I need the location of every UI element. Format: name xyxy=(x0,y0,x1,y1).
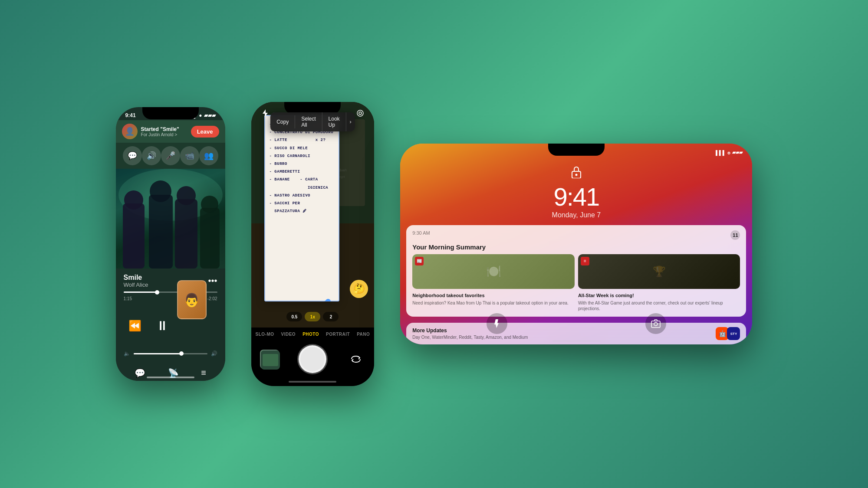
photo-mode[interactable]: PHOTO xyxy=(302,332,319,337)
flip-camera-btn[interactable] xyxy=(346,350,365,369)
svg-point-24 xyxy=(654,322,658,326)
more-updates-body: Day One, WaterMinder, Reddit, Tasty, Ama… xyxy=(412,335,528,340)
album-art xyxy=(116,169,225,269)
slo-mo-mode[interactable]: SLO-MO xyxy=(256,332,274,337)
thumbnail-img xyxy=(261,350,280,370)
lock-battery-icon: ▰▰▰ xyxy=(732,150,743,155)
speaker-btn[interactable]: 🔊 xyxy=(142,146,161,165)
volume-track[interactable] xyxy=(134,353,207,354)
video-btn[interactable]: 📹 xyxy=(180,146,199,165)
facetime-text: Started "Smile" For Justin Arnold > xyxy=(141,126,179,137)
camera-modes: SLO-MO VIDEO PHOTO PORTRAIT PANO xyxy=(251,328,375,341)
shutter-button[interactable] xyxy=(299,345,326,373)
lock-time-display xyxy=(410,150,411,156)
notif-articles: Neighborhood takeout favorites Need insp… xyxy=(412,292,740,311)
notif-badge: 11 xyxy=(730,230,740,240)
morning-summary-card[interactable]: 9:30 AM 11 Your Morning Summary 🍽️ 📰 🏆 ≡… xyxy=(406,225,746,317)
time-remaining: -2:02 xyxy=(207,296,217,301)
notch-1 xyxy=(142,107,199,119)
article1-title: Neighborhood takeout favorites xyxy=(412,292,575,298)
article2-title: All-Star Week is coming! xyxy=(578,292,740,298)
zoom-1x-btn[interactable]: 1x xyxy=(305,312,320,321)
settings-camera-btn[interactable] xyxy=(353,106,367,120)
phone-2: don't forget Copy Select All Look Up xyxy=(251,102,375,386)
song-title: Smile xyxy=(124,274,148,282)
portrait-mode[interactable]: PORTRAIT xyxy=(326,332,350,337)
zoom-0.5-btn[interactable]: 0.5 xyxy=(286,312,302,321)
svg-rect-20 xyxy=(263,354,278,366)
home-bar-2 xyxy=(289,381,336,383)
facetime-subtitle: For Justin Arnold > xyxy=(141,132,179,137)
mic-btn[interactable]: 🎤 xyxy=(161,146,180,165)
pause-btn[interactable]: ⏸ xyxy=(151,314,174,337)
lyrics-btn[interactable]: 💬 xyxy=(135,368,145,378)
facetime-bar: 👤 Started "Smile" For Justin Arnold > Le… xyxy=(116,120,225,143)
notch-3 xyxy=(548,144,605,156)
queue-btn[interactable]: ≡ xyxy=(201,368,206,378)
volume-fill xyxy=(134,353,182,354)
lock-date: Monday, June 7 xyxy=(400,211,752,219)
phone-3: ▌▌▌ ⌾ ▰▰▰ 9:41 Monday, June 7 9:30 AM 11 xyxy=(400,144,752,344)
svg-point-18 xyxy=(359,112,362,115)
article2-source-icon: ≡ xyxy=(581,257,589,265)
volume-max-icon: 🔊 xyxy=(211,350,217,357)
notif-header: 9:30 AM 11 xyxy=(412,230,740,240)
facetime-title: Started "Smile" xyxy=(141,126,179,132)
band-silhouettes xyxy=(116,169,225,269)
leave-button[interactable]: Leave xyxy=(191,126,219,138)
camera-shortcut-btn[interactable] xyxy=(645,313,666,334)
notif-title: Your Morning Summary xyxy=(412,243,740,251)
home-indicator-1 xyxy=(147,377,194,378)
notif-images: 🍽️ 📰 🏆 ≡ xyxy=(412,254,740,289)
article2-image: 🏆 ≡ xyxy=(578,254,740,289)
contact-avatar: 👤 xyxy=(122,124,138,139)
more-options-btn[interactable]: ••• xyxy=(208,276,217,286)
song-details: Smile Wolf Alice xyxy=(124,274,148,288)
pano-mode[interactable]: PANO xyxy=(357,332,370,337)
phone1-screen: 9:41 ▌▌▌ ● ▰▰▰ 👤 Started "Smile" For Jus… xyxy=(116,107,225,381)
zoom-2x-btn[interactable]: 2 xyxy=(323,312,339,321)
phone3-screen: ▌▌▌ ⌾ ▰▰▰ 9:41 Monday, June 7 9:30 AM 11 xyxy=(400,144,752,344)
ocr-selection-border xyxy=(264,115,340,301)
article2-body: With the All-Star Game just around the c… xyxy=(578,300,740,311)
svg-text:don't: don't xyxy=(339,168,346,172)
select-all-menu-item[interactable]: Select All xyxy=(295,112,322,131)
copy-menu-item[interactable]: Copy xyxy=(270,115,295,128)
lock-signal-icon: ▌▌▌ xyxy=(716,150,726,155)
wifi-icon-1: ● xyxy=(199,112,202,118)
flash-btn[interactable] xyxy=(258,106,272,120)
camera-icon xyxy=(651,319,661,328)
time-1: 9:41 xyxy=(125,112,136,118)
video-mode[interactable]: VIDEO xyxy=(281,332,296,337)
flip-icon xyxy=(350,353,362,365)
menu-more-arrow[interactable]: › xyxy=(346,115,355,128)
pip-container: 👨 xyxy=(177,280,207,319)
photo-thumbnail[interactable] xyxy=(260,350,279,369)
progress-fill xyxy=(124,291,158,293)
participants-btn[interactable]: 👥 xyxy=(199,146,218,165)
zoom-controls: 0.5 1x 2 xyxy=(286,312,339,321)
lock-symbol xyxy=(400,166,752,181)
progress-thumb xyxy=(155,290,159,295)
flashlight-icon xyxy=(492,319,502,328)
notif-time: 9:30 AM xyxy=(412,230,430,236)
camera-viewfinder: don't forget Copy Select All Look Up xyxy=(251,102,375,328)
flashlight-btn[interactable] xyxy=(487,313,507,334)
ocr-context-menu: Copy Select All Look Up › xyxy=(270,112,355,131)
facetime-info: 👤 Started "Smile" For Justin Arnold > xyxy=(122,124,179,139)
playback-controls: ⏪ ⏸ 👨 xyxy=(124,306,217,345)
rewind-btn[interactable]: ⏪ xyxy=(128,320,141,332)
phone-1: 9:41 ▌▌▌ ● ▰▰▰ 👤 Started "Smile" For Jus… xyxy=(116,107,225,381)
time-elapsed: 1:15 xyxy=(124,296,132,301)
song-artist: Wolf Alice xyxy=(124,282,148,288)
look-up-menu-item[interactable]: Look Up xyxy=(322,112,346,131)
svg-marker-15 xyxy=(263,109,268,117)
lock-wifi-icon: ⌾ xyxy=(727,150,730,155)
volume-thumb xyxy=(179,351,184,356)
article1-image: 🍽️ 📰 xyxy=(412,254,575,289)
article1: Neighborhood takeout favorites Need insp… xyxy=(412,292,575,311)
emoji-btn[interactable]: 🤔 xyxy=(350,280,368,298)
message-btn[interactable]: 💬 xyxy=(123,146,142,165)
article2: All-Star Week is coming! With the All-St… xyxy=(578,292,740,311)
home-indicator-2 xyxy=(251,377,375,386)
